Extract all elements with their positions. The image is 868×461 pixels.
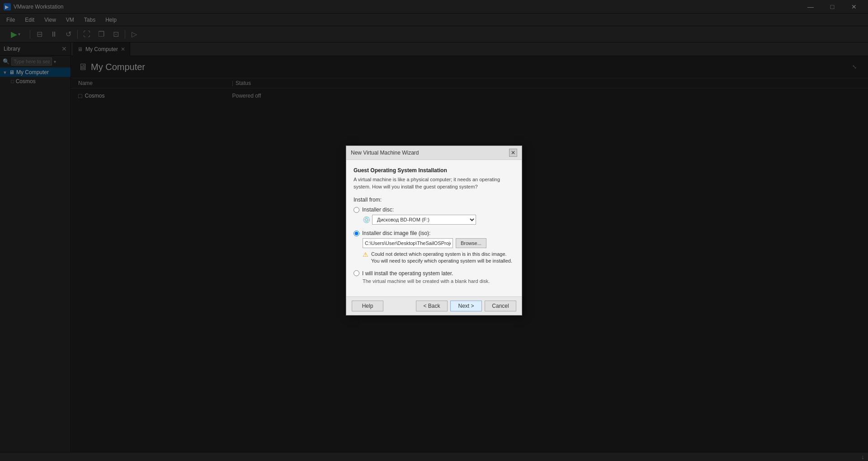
dialog-footer: Help < Back Next > Cancel: [346, 296, 522, 315]
warning-icon: ⚠: [363, 251, 368, 265]
radio-iso-label[interactable]: Installer disc image file (iso):: [362, 230, 430, 236]
browse-button[interactable]: Browse...: [456, 238, 486, 248]
later-description: The virtual machine will be created with…: [363, 278, 514, 284]
install-from-label: Install from:: [354, 197, 514, 203]
radio-later[interactable]: [354, 270, 359, 276]
dialog-content: Guest Operating System Installation A vi…: [346, 160, 522, 296]
footer-right: < Back Next > Cancel: [416, 301, 516, 311]
footer-left: Help: [352, 301, 383, 311]
cancel-button[interactable]: Cancel: [485, 301, 516, 311]
installer-disc-group: Installer disc: 💿 Дисковод BD-ROM (F:): [354, 207, 514, 225]
radio-disc-label[interactable]: Installer disc:: [362, 207, 394, 213]
next-button[interactable]: Next >: [450, 301, 482, 311]
warning-line2: You will need to specify which operating…: [371, 258, 512, 263]
help-button[interactable]: Help: [352, 301, 383, 311]
radio-iso[interactable]: [354, 230, 359, 236]
wizard-dialog: New Virtual Machine Wizard ✕ Guest Opera…: [346, 146, 522, 315]
radio-row-later: I will install the operating system late…: [354, 270, 514, 277]
dialog-title: New Virtual Machine Wizard: [351, 150, 419, 156]
back-button[interactable]: < Back: [416, 301, 448, 311]
iso-file-group: Installer disc image file (iso): Browse.…: [354, 230, 514, 265]
radio-row-disc: Installer disc:: [354, 207, 514, 213]
radio-row-iso: Installer disc image file (iso):: [354, 230, 514, 236]
radio-disc[interactable]: [354, 207, 359, 213]
iso-path-input[interactable]: [363, 238, 453, 248]
section-description: A virtual machine is like a physical com…: [354, 176, 514, 190]
warning-text: Could not detect which operating system …: [371, 251, 512, 265]
dialog-titlebar: New Virtual Machine Wizard ✕: [346, 146, 522, 160]
dialog-overlay: New Virtual Machine Wizard ✕ Guest Opera…: [0, 0, 868, 461]
dialog-close-button[interactable]: ✕: [509, 149, 517, 157]
disc-drive-icon: 💿: [363, 216, 370, 223]
radio-later-label[interactable]: I will install the operating system late…: [362, 270, 453, 277]
warning-row: ⚠ Could not detect which operating syste…: [363, 251, 514, 265]
disc-dropdown-row: 💿 Дисковод BD-ROM (F:): [363, 215, 514, 225]
section-title: Guest Operating System Installation: [354, 167, 514, 174]
disc-drive-select[interactable]: Дисковод BD-ROM (F:): [372, 215, 476, 225]
iso-path-row: Browse...: [363, 238, 514, 248]
warning-line1: Could not detect which operating system …: [371, 251, 507, 257]
install-later-group: I will install the operating system late…: [354, 270, 514, 284]
